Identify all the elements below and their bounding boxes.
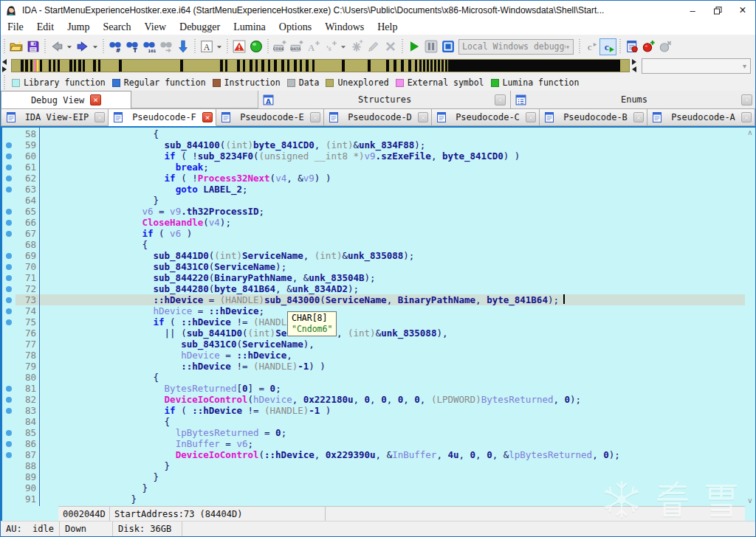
line-marker-cell[interactable] [2, 250, 16, 261]
line-marker-cell[interactable] [2, 405, 16, 416]
menu-windows[interactable]: Windows [318, 21, 371, 33]
vertical-scrollbar[interactable]: ∧ ∨ [745, 128, 755, 506]
debugger-pause-icon[interactable] [422, 38, 439, 55]
code-line-86[interactable]: 86 InBuffer = v6; [2, 438, 745, 449]
code-line-58[interactable]: 58 { [2, 128, 745, 139]
menu-help[interactable]: Help [371, 21, 404, 33]
code-line-70[interactable]: 70 sub_8431C0(ServiceName); [2, 261, 745, 272]
menu-lumina[interactable]: Lumina [227, 21, 272, 33]
menu-debugger[interactable]: Debugger [173, 21, 227, 33]
code-line-79[interactable]: 79 ::hDevice != (HANDLE)-1) ) [2, 361, 745, 372]
code-line-78[interactable]: 78 hDevice = ::hDevice, [2, 350, 745, 361]
create-code-icon[interactable]: CODE [271, 38, 288, 55]
line-marker-cell[interactable] [2, 427, 16, 438]
tab-pseudocode-a[interactable]: Pseudocode-A× [647, 108, 755, 126]
code-line-87[interactable]: 87 DeviceIoControl(::hDevice, 0x229390u,… [2, 449, 745, 460]
code-line-80[interactable]: 80 { [2, 372, 745, 383]
code-line-64[interactable]: 64 } [2, 195, 745, 206]
line-marker-cell[interactable] [2, 372, 16, 383]
secondary-combo[interactable]: ▾ [642, 58, 751, 74]
search-sequence-icon[interactable]: 101 [140, 38, 157, 55]
tab-pseudocode-f[interactable]: Pseudocode-F× [109, 108, 216, 126]
create-struct-icon[interactable] [348, 38, 365, 55]
line-marker-cell[interactable] [2, 505, 16, 506]
back-history-dropdown[interactable] [65, 38, 74, 55]
line-marker-cell[interactable] [2, 350, 16, 361]
undefine-item-icon[interactable] [382, 38, 399, 55]
tab-debug-view-close[interactable]: × [90, 94, 101, 105]
debugger-select-combo[interactable]: Local Windows debugger▾ [458, 39, 574, 55]
tab-debug-view[interactable]: Debug View × [1, 91, 131, 108]
line-marker-cell[interactable] [2, 482, 16, 493]
code-line-72[interactable]: 72 sub_844280(byte_841B64, &unk_834AD2); [2, 283, 745, 294]
scroll-up-icon[interactable]: ∧ [747, 130, 752, 136]
menu-view[interactable]: View [138, 21, 173, 33]
code-line-68[interactable]: 68 { [2, 239, 745, 250]
tab-close-button[interactable]: × [94, 112, 105, 122]
restore-button[interactable] [705, 1, 730, 19]
line-marker-cell[interactable] [2, 416, 16, 427]
close-button[interactable]: × [730, 1, 755, 19]
tab-pseudocode-e[interactable]: Pseudocode-E× [216, 108, 324, 126]
line-marker-cell[interactable] [2, 173, 16, 184]
line-marker-cell[interactable] [2, 305, 16, 316]
code-line-77[interactable]: 77 sub_8431C0(ServiceName), [2, 339, 745, 350]
code-line-85[interactable]: 85 lpBytesReturned = 0; [2, 427, 745, 438]
line-marker-cell[interactable] [2, 460, 16, 471]
line-marker-cell[interactable] [2, 339, 16, 350]
pane-structures-caption[interactable]: A Structures × [258, 91, 510, 108]
line-marker-cell[interactable] [2, 471, 16, 482]
line-marker-cell[interactable] [2, 195, 16, 206]
save-file-icon[interactable] [24, 38, 41, 55]
line-marker-cell[interactable] [2, 294, 16, 305]
line-marker-cell[interactable] [2, 493, 16, 505]
code-line-84[interactable]: 84 { [2, 416, 745, 427]
code-line-63[interactable]: 63 goto LABEL_2; [2, 184, 745, 195]
tab-close-button[interactable]: × [741, 112, 752, 122]
line-marker-cell[interactable] [2, 206, 16, 217]
line-marker-cell[interactable] [2, 272, 16, 283]
breakpoint-delete-icon[interactable] [657, 38, 674, 55]
navband-left-arrows[interactable] [2, 58, 10, 73]
navigate-back-icon[interactable] [48, 38, 65, 55]
line-marker-cell[interactable] [2, 283, 16, 294]
code-line-62[interactable]: 62 if ( !Process32Next(v4, &v9) ) [2, 173, 745, 184]
navigate-forward-icon[interactable] [74, 38, 91, 55]
minimize-button[interactable]: – [680, 1, 705, 19]
tab-pseudocode-c[interactable]: Pseudocode-C× [432, 108, 540, 126]
navband-right-arrows[interactable] [632, 58, 639, 73]
search-immediate-icon[interactable]: # [106, 38, 123, 55]
code-line-60[interactable]: 60 if ( !sub_8234F0((unsigned __int8 *)v… [2, 150, 745, 162]
code-line-82[interactable]: 82 DeviceIoControl(hDevice, 0x222180u, 0… [2, 394, 745, 405]
pane-structures-close[interactable]: × [495, 94, 506, 105]
line-marker-cell[interactable] [2, 184, 16, 195]
menu-jump[interactable]: Jump [61, 21, 96, 33]
code-line-67[interactable]: 67 if ( v6 ) [2, 228, 745, 239]
scroll-down-icon[interactable]: ∨ [747, 498, 752, 504]
tab-pseudocode-b[interactable]: Pseudocode-B× [540, 108, 647, 126]
tab-ida-view-eip[interactable]: IDA View-EIP× [1, 108, 109, 126]
code-line-90[interactable]: 90 } [2, 482, 745, 493]
line-marker-cell[interactable] [2, 139, 16, 150]
code-line-88[interactable]: 88 } [2, 460, 745, 471]
code-line-69[interactable]: 69 sub_8441D0((int)ServiceName, (int)&un… [2, 250, 745, 261]
code-line-65[interactable]: 65 v6 = v9.th32ProcessID; [2, 206, 745, 217]
tab-close-button[interactable]: × [418, 112, 428, 122]
code-line-91[interactable]: 91 } [2, 493, 745, 505]
code-line-76[interactable]: 76 || (sub_8441D0((int)ServiceName, (int… [2, 328, 745, 339]
line-marker-cell[interactable] [2, 438, 16, 449]
show-problems-icon[interactable] [230, 38, 247, 55]
tab-pseudocode-d[interactable]: Pseudocode-D× [324, 108, 432, 126]
line-marker-cell[interactable] [2, 261, 16, 272]
forward-history-dropdown[interactable] [91, 38, 100, 55]
jump-to-address-icon[interactable] [174, 38, 191, 55]
pane-enums-close[interactable]: × [741, 94, 752, 105]
line-marker-cell[interactable] [2, 162, 16, 173]
create-string-icon[interactable]: ’s [322, 38, 339, 55]
line-marker-cell[interactable] [2, 449, 16, 460]
breakpoint-list-icon[interactable] [623, 38, 640, 55]
code-line-61[interactable]: 61 break; [2, 162, 745, 173]
create-data-icon[interactable]: DATA [288, 38, 305, 55]
line-marker-cell[interactable] [2, 316, 16, 328]
line-marker-cell[interactable] [2, 328, 16, 339]
